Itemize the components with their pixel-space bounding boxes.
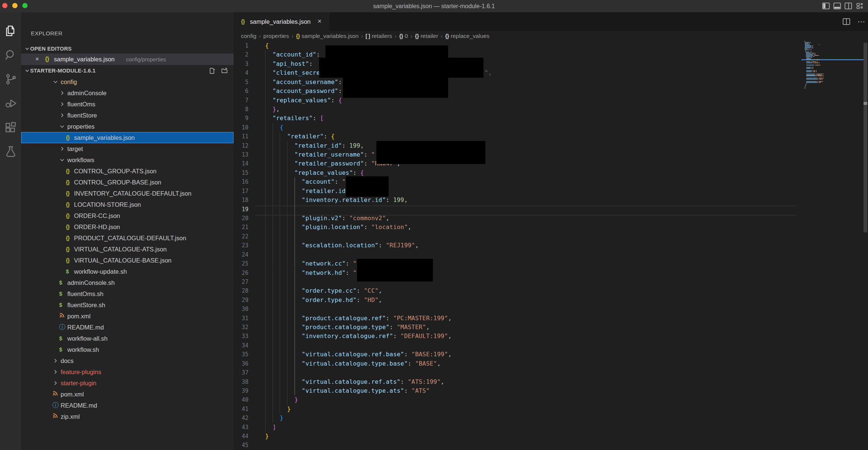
tree-file-pom-xml[interactable]: pom.xml [21,389,234,400]
testing-icon[interactable] [4,145,17,158]
tree-folder-target[interactable]: target [21,143,234,154]
breadcrumb-item-config[interactable]: config [241,33,256,39]
breadcrumb-item-properties[interactable]: properties [263,33,289,39]
tree-folder-config[interactable]: config2 [21,76,234,87]
tree-file-adminconsole-sh[interactable]: $adminConsole.sh [21,277,234,288]
tree-file-product-catalogue-default-json[interactable]: {}PRODUCT_CATALOGUE-DEFAULT.json [21,232,234,244]
code-line[interactable]: 16 "account": " [234,177,864,186]
new-file-icon[interactable] [209,68,215,74]
tree-file-workflow-sh[interactable]: $workflow.sh [21,344,234,355]
code-line[interactable]: 13 "retailer_username": " [234,150,864,159]
customize-layout-icon[interactable] [856,3,864,11]
tree-folder-workflows[interactable]: workflows [21,154,234,165]
open-editor-item[interactable]: × {} sample_variables.json config/proper… [21,54,234,65]
scrollbar-thumb[interactable] [864,43,867,232]
code-line[interactable]: 40 } [234,395,864,404]
code-line[interactable]: 11 "retailer": { [234,132,864,141]
code-line[interactable]: 19 [234,205,864,214]
tree-file-fluentoms-sh[interactable]: $fluentOms.sh [21,288,234,299]
tree-file-order-hd-json[interactable]: {}ORDER-HD.json [21,221,234,232]
code-line[interactable]: 32 "product.catalogue.type": "MASTER", [234,323,864,332]
breadcrumb-item-retailer[interactable]: {}retailer [415,33,438,39]
code-editor[interactable]: 1{2 "account_id":3 "api_host":4 "client_… [234,41,864,450]
code-line[interactable]: 27 [234,277,864,286]
open-editors-header[interactable]: OPEN EDITORS [21,43,234,54]
tree-folder-docs[interactable]: docs [21,355,234,366]
tree-file-control-group-ats-json[interactable]: {}CONTROL_GROUP-ATS.json [21,165,234,177]
close-tab-icon[interactable]: × [318,12,322,31]
code-line[interactable]: 35 "virtual.catalogue.ref.base": "BASE:1… [234,350,864,359]
code-line[interactable]: 7 "replace_values": { [234,96,864,105]
code-line[interactable]: 39 "virtual.catalogue.type.ats": "ATS" [234,386,864,395]
explorer-icon[interactable] [4,24,17,38]
tree-file-order-cc-json[interactable]: {}ORDER-CC.json [21,210,234,221]
code-line[interactable]: 22 [234,232,864,241]
toggle-panel-icon[interactable] [833,3,841,11]
tree-file-readme-md[interactable]: ⓘREADME.md [21,322,234,333]
breadcrumb-item-sample-variables-json[interactable]: {}sample_variables.json [296,33,359,39]
breadcrumb-item-0[interactable]: {}0 [399,33,408,39]
code-line[interactable]: 42 } [234,414,864,422]
code-line[interactable]: 34 [234,341,864,350]
code-line[interactable]: 31 "product.catalogue.ref": "PC:MASTER:1… [234,314,864,323]
code-line[interactable]: 33 "inventory.catalogue.ref": "DEFAULT:1… [234,332,864,341]
tree-file-workflow-all-sh[interactable]: $workflow-all.sh [21,333,234,344]
tree-folder-properties[interactable]: properties [21,121,234,132]
tree-folder-fluentstore[interactable]: fluentStore [21,110,234,121]
breadcrumb-item-replace-values[interactable]: {}replace_values [445,33,489,39]
search-icon[interactable] [4,48,17,62]
code-line[interactable]: 41 } [234,405,864,414]
toggle-sidebar-icon[interactable] [822,3,830,11]
tree-folder-feature-plugins[interactable]: feature-plugins [21,366,234,377]
close-icon[interactable]: × [35,54,39,65]
toggle-secondary-sidebar-icon[interactable] [845,3,852,11]
tree-file-workflow-update-sh[interactable]: $workflow-update.sh [21,266,234,277]
code-line[interactable]: 9 "retailers": [ [234,114,864,123]
tree-file-inventory-catalogue-default-json[interactable]: {}INVENTORY_CATALOGUE-DEFAULT.json [21,188,234,199]
minimap[interactable] [801,31,864,450]
tree-file-virtual-catalogue-ats-json[interactable]: {}VIRTUAL_CATALOGUE-ATS.json [21,244,234,255]
split-editor-icon[interactable] [843,18,850,25]
tree-file-readme-md[interactable]: ⓘREADME.md [21,400,234,411]
code-line[interactable]: 20 "plugin.v2": "commonv2", [234,214,864,223]
code-line[interactable]: 44} [234,432,864,441]
code-line[interactable]: 18 "inventory.retailer.id": 199, [234,196,864,205]
code-line[interactable]: 12 "retailer_id": 199, [234,141,864,150]
code-line[interactable]: 23 "escalation.location": "REJ199", [234,241,864,250]
extensions-icon[interactable] [4,121,17,134]
breadcrumb-item-retailers[interactable]: [ ]retailers [366,33,392,39]
code-line[interactable]: 8 }, [234,105,864,114]
run-debug-icon[interactable] [4,97,17,110]
code-line[interactable]: 25 "network.cc": " [234,259,864,268]
tree-file-virtual-catalogue-base-json[interactable]: {}VIRTUAL_CATALOGUE-BASE.json [21,255,234,266]
code-line[interactable]: 14 "retailer_password": "RNW47", [234,159,864,168]
code-line[interactable]: 6 "account_password": [234,87,864,96]
code-line[interactable]: 21 "plugin.location": "location", [234,223,864,232]
tree-file-fluentstore-sh[interactable]: $fluentStore.sh [21,299,234,311]
code-line[interactable]: 37 [234,368,864,377]
tree-folder-adminconsole[interactable]: adminConsole [21,87,234,99]
code-line[interactable]: 38 "virtual.catalogue.ref.ats": "ATS:199… [234,377,864,386]
code-line[interactable]: 24 [234,250,864,259]
tree-file-location-store-json[interactable]: {}LOCATION-STORE.json [21,199,234,210]
code-line[interactable]: 26 "network.hd": " [234,269,864,277]
code-line[interactable]: 29 "order.type.hd": "HD", [234,296,864,305]
tree-folder-starter-plugin[interactable]: starter-plugin [21,377,234,389]
code-line[interactable]: 10 { [234,123,864,132]
tree-file-pom-xml[interactable]: pom.xml [21,311,234,322]
code-line[interactable]: 36 "virtual.catalogue.type.base": "BASE"… [234,359,864,368]
code-line[interactable]: 43 ] [234,423,864,432]
editor-more-actions-icon[interactable]: ⋯ [858,15,865,28]
workspace-section-header[interactable]: STARTER-MODULE-1.6.1 [21,65,234,76]
code-line[interactable]: 15 "replace_values": { [234,168,864,177]
code-line[interactable]: 5 "account_username": [234,78,864,87]
code-line[interactable]: 30 [234,305,864,314]
new-folder-icon[interactable] [221,68,228,74]
source-control-icon[interactable] [4,73,17,86]
tree-file-control-group-base-json[interactable]: {}CONTROL_GROUP-BASE.json [21,177,234,188]
code-line[interactable]: 28 "order.type.cc": "CC", [234,286,864,295]
tree-folder-fluentoms[interactable]: fluentOms [21,99,234,110]
code-line[interactable]: 45 [234,441,864,450]
tab-sample-variables-json[interactable]: {} sample_variables.json × [234,12,329,31]
tree-file-zip-xml[interactable]: zip.xml [21,411,234,422]
